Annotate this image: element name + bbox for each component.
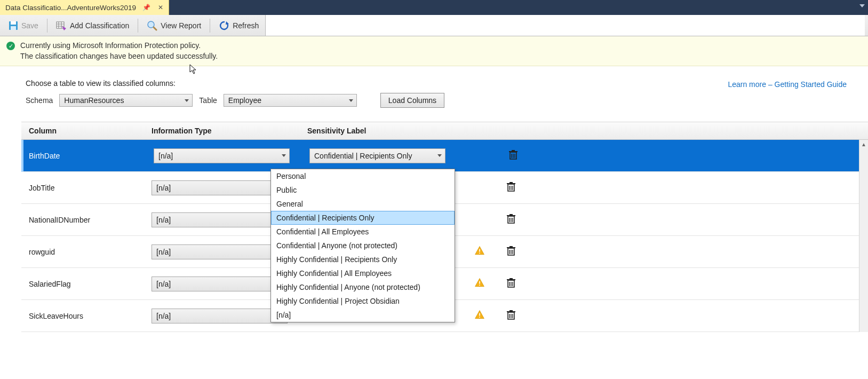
information-type-combobox[interactable]: [n/a] <box>152 244 288 259</box>
trash-icon <box>506 185 516 194</box>
schema-label: Schema <box>26 96 53 105</box>
learn-more-label: Learn more – Getting Started Guide <box>728 80 847 89</box>
view-report-label: View Report <box>161 21 201 30</box>
dropdown-option[interactable]: General <box>271 197 455 211</box>
table-combobox-value: Employee <box>228 96 261 105</box>
delete-row-button[interactable] <box>508 149 518 162</box>
refresh-button[interactable]: Refresh <box>213 18 264 33</box>
svg-line-10 <box>154 27 156 30</box>
header-sensitivity-label[interactable]: Sensitivity Label <box>304 122 464 139</box>
instruction-text: Choose a table to view its classified co… <box>26 79 444 88</box>
information-type-combobox[interactable]: [n/a] <box>152 277 288 291</box>
svg-rect-53 <box>509 310 513 311</box>
classification-grid: Column Information Type Sensitivity Labe… <box>21 122 868 332</box>
save-button[interactable]: Save <box>3 19 44 33</box>
warning-icon <box>474 310 485 322</box>
schema-combobox[interactable]: HumanResources <box>59 94 193 107</box>
pin-icon[interactable]: 📌 <box>141 4 152 11</box>
information-type-combobox[interactable]: [n/a] <box>152 180 288 195</box>
dropdown-option[interactable]: Confidential | All Employees <box>271 225 455 239</box>
dropdown-option[interactable]: Confidential | Recipients Only <box>271 211 455 225</box>
trash-icon <box>506 281 516 290</box>
svg-rect-23 <box>509 182 513 183</box>
dropdown-option[interactable]: [n/a] <box>271 308 455 322</box>
column-name-cell: JobTitle <box>21 184 148 192</box>
dropdown-option[interactable]: Public <box>271 183 455 197</box>
dropdown-option[interactable]: Highly Confidential | Recipients Only <box>271 252 455 266</box>
warning-icon <box>474 278 485 290</box>
svg-rect-17 <box>512 150 515 151</box>
delete-row-button[interactable] <box>506 278 516 290</box>
column-name-cell: BirthDate <box>23 152 150 160</box>
svg-rect-45 <box>509 278 513 279</box>
svg-rect-22 <box>507 183 515 184</box>
load-columns-button[interactable]: Load Columns <box>380 93 444 108</box>
info-banner: ✓ Currently using Microsoft Information … <box>0 36 868 66</box>
document-tab[interactable]: Data Classificatio...AdventureWorks2019 … <box>0 0 169 15</box>
vertical-scrollbar[interactable]: ▲ <box>859 140 868 332</box>
dropdown-option[interactable]: Highly Confidential | Anyone (not protec… <box>271 280 455 294</box>
column-name-cell: SickLeaveHours <box>21 312 148 320</box>
svg-rect-38 <box>479 281 480 284</box>
trash-icon <box>506 249 516 258</box>
warning-icon <box>474 246 485 258</box>
save-label: Save <box>21 21 38 30</box>
scroll-up-icon[interactable]: ▲ <box>859 140 868 149</box>
banner-line-2: The classification changes have been upd… <box>20 51 218 62</box>
trash-icon <box>508 153 518 162</box>
column-name-cell: NationalIDNumber <box>21 216 148 224</box>
add-classification-button[interactable]: Add Classification <box>51 18 134 33</box>
delete-row-button[interactable] <box>506 181 516 194</box>
close-icon[interactable]: ✕ <box>157 4 164 11</box>
save-icon <box>9 21 18 30</box>
refresh-icon <box>219 20 229 31</box>
svg-rect-2 <box>11 26 16 30</box>
header-column[interactable]: Column <box>21 122 148 139</box>
dropdown-option[interactable]: Confidential | Anyone (not protected) <box>271 239 455 252</box>
toolbar-separator <box>210 19 210 33</box>
sensitivity-label-value: Confidential | Recipients Only <box>314 152 412 160</box>
svg-rect-30 <box>479 249 480 252</box>
chevron-down-icon <box>185 99 189 102</box>
window-menu-caret-icon[interactable] <box>859 4 865 7</box>
delete-row-button[interactable] <box>506 214 516 226</box>
information-type-combobox[interactable]: [n/a] <box>152 212 288 227</box>
dropdown-option[interactable]: Highly Confidential | Project Obsidian <box>271 294 455 308</box>
banner-line-1: Currently using Microsoft Information Pr… <box>20 41 218 51</box>
information-type-value: [n/a] <box>156 312 171 320</box>
svg-rect-1 <box>11 21 16 25</box>
svg-marker-11 <box>226 21 229 25</box>
view-report-button[interactable]: View Report <box>141 18 206 33</box>
svg-rect-37 <box>509 246 513 247</box>
table-tag-icon <box>56 20 67 31</box>
toolbar-blank <box>265 15 865 36</box>
svg-rect-46 <box>479 313 480 316</box>
add-classification-label: Add Classification <box>70 21 129 30</box>
column-name-cell: SalariedFlag <box>21 280 148 288</box>
information-type-combobox[interactable]: [n/a] <box>152 309 288 323</box>
information-type-value: [n/a] <box>156 248 171 256</box>
dropdown-option[interactable]: Highly Confidential | All Employees <box>271 266 455 280</box>
information-type-combobox[interactable]: [n/a] <box>154 148 290 163</box>
information-type-value: [n/a] <box>156 184 171 192</box>
svg-rect-44 <box>507 279 515 280</box>
learn-more-link[interactable]: Learn more – Getting Started Guide <box>728 80 847 89</box>
information-type-value: [n/a] <box>158 152 173 160</box>
delete-row-button[interactable] <box>506 246 516 258</box>
toolbar-separator <box>138 19 138 33</box>
svg-rect-31 <box>479 253 480 254</box>
svg-rect-39 <box>479 285 480 286</box>
column-name-cell: rowguid <box>21 248 148 256</box>
sensitivity-dropdown-popup[interactable]: PersonalPublicGeneralConfidential | Reci… <box>270 169 455 322</box>
delete-row-button[interactable] <box>506 310 516 322</box>
trash-icon <box>506 217 516 226</box>
refresh-label: Refresh <box>233 21 259 30</box>
dropdown-option[interactable]: Personal <box>271 169 455 183</box>
magnifier-icon <box>147 20 157 31</box>
sensitivity-label-combobox[interactable]: Confidential | Recipients Only <box>309 148 445 163</box>
table-row[interactable]: BirthDate[n/a]Confidential | Recipients … <box>21 140 868 172</box>
table-label: Table <box>199 96 217 105</box>
header-information-type[interactable]: Information Type <box>148 122 304 139</box>
table-combobox[interactable]: Employee <box>224 94 357 107</box>
svg-rect-36 <box>507 247 515 248</box>
